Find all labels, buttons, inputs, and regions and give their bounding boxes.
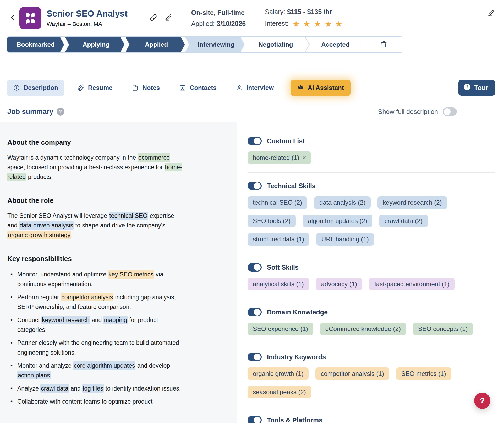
tab-resume[interactable]: Resume (71, 80, 119, 96)
interest-row: Interest: ★★★★★ (265, 18, 346, 30)
divider (248, 407, 495, 407)
pill-label: data analysis (2) (319, 199, 365, 206)
tab-label: Resume (88, 84, 112, 91)
applied-label: Applied: (191, 20, 215, 27)
keyword-pill[interactable]: eCommerce knowledge (2) (320, 323, 406, 335)
keyword-pill[interactable]: SEO concepts (1) (413, 323, 473, 335)
keyword-pill[interactable]: SEO experience (1) (248, 323, 313, 335)
keyword-pill[interactable]: SEO metrics (1) (396, 367, 451, 380)
pill-label: technical SEO (2) (253, 199, 302, 206)
keyword-pill[interactable]: technical SEO (2) (248, 196, 307, 209)
keyword-group-header: Technical Skills (248, 182, 495, 190)
edit-salary-button[interactable] (488, 9, 495, 18)
keyword-group-title: Tools & Platforms (267, 416, 322, 423)
group-toggle-soft-skills[interactable] (248, 263, 262, 272)
pill-label: home-related (1) (253, 154, 299, 161)
pipeline-stage-negotiating[interactable]: Negotiating (245, 37, 304, 52)
job-summary-content: About the companyWayfair is a dynamic te… (0, 122, 237, 423)
pipeline-stage-interviewing[interactable]: Interviewing (185, 37, 245, 52)
pipeline-stage-applying[interactable]: Applying (65, 37, 125, 52)
keyword-pill[interactable]: seasonal peaks (2) (248, 386, 311, 398)
tour-button[interactable]: ? Tour (458, 80, 495, 96)
keyword-pill[interactable]: fast-paced environment (1) (369, 278, 455, 290)
keyword-pill[interactable]: crawl data (2) (379, 215, 428, 227)
edit-job-button[interactable] (165, 14, 172, 22)
company-location: Wayfair – Boston, MA (47, 21, 128, 28)
star-icon[interactable]: ★ (335, 19, 343, 29)
keyword-pill[interactable]: keyword research (2) (377, 196, 447, 209)
divider (248, 172, 495, 173)
keyword-pill[interactable]: competitor analysis (1) (315, 367, 389, 380)
keyword-group-domain-knowledge: Domain KnowledgeSEO experience (1)eComme… (248, 308, 495, 335)
job-header: Senior SEO Analyst Wayfair – Boston, MA … (0, 0, 504, 36)
keyword-pill[interactable]: structured data (1) (248, 233, 309, 246)
tab-description[interactable]: Description (7, 80, 64, 96)
pipeline-stage-accepted[interactable]: Accepted (304, 37, 364, 52)
highlight-blue: core algorithm updates (73, 361, 136, 370)
keyword-pill[interactable]: home-related (1)× (248, 151, 311, 164)
keyword-pill[interactable]: algorithm updates (2) (303, 215, 372, 227)
keyword-pill[interactable]: organic growth (1) (248, 367, 309, 380)
wayfair-logo-icon (22, 10, 39, 26)
highlight-blue: keyword research (41, 316, 90, 324)
keyword-group-title: Technical Skills (267, 182, 316, 190)
highlight-blue: mapping (103, 316, 128, 324)
keyword-group-technical-skills: Technical Skillstechnical SEO (2)data an… (248, 182, 495, 246)
highlight-green: home-related (7, 163, 182, 181)
back-button[interactable] (7, 12, 18, 24)
salary-block: Salary: $115 - $135 /hr Interest: ★★★★★ (265, 6, 346, 30)
ai-assistant-button[interactable]: AI Assistant (291, 80, 351, 96)
divider (248, 254, 495, 254)
star-icon[interactable]: ★ (314, 19, 321, 29)
tab-contacts[interactable]: Contacts (173, 80, 223, 96)
keyword-pill[interactable]: advocacy (1) (316, 278, 362, 290)
pill-label: organic growth (1) (253, 370, 303, 377)
star-icon[interactable]: ★ (325, 19, 332, 29)
divider (255, 7, 255, 30)
group-toggle-custom-list[interactable] (248, 137, 262, 145)
highlight-orange: key SEO metrics (108, 270, 154, 279)
highlight-orange: organic growth strategy (7, 231, 71, 239)
keyword-group-header: Domain Knowledge (248, 308, 495, 316)
group-toggle-domain-knowledge[interactable] (248, 308, 262, 316)
stage-label: Accepted (321, 41, 349, 48)
applied-date-row: Applied: 3/10/2026 (191, 18, 246, 29)
group-toggle-tools-platforms[interactable] (248, 416, 262, 423)
group-toggle-technical-skills[interactable] (248, 182, 262, 190)
job-meta: On-site, Full-time Applied: 3/10/2026 (191, 7, 246, 29)
pill-label: fast-paced environment (1) (374, 280, 450, 288)
delete-job-button[interactable] (364, 37, 403, 52)
description-paragraph: Wayfair is a dynamic technology company … (7, 153, 185, 182)
pipeline-stage-applied[interactable]: Applied (125, 37, 185, 52)
tab-label: Contacts (190, 84, 217, 91)
info-icon (13, 84, 20, 91)
keyword-pill[interactable]: SEO tools (2) (248, 215, 296, 227)
note-icon (132, 84, 139, 91)
tab-notes[interactable]: Notes (125, 80, 166, 96)
pill-label: competitor analysis (1) (321, 370, 384, 377)
help-fab[interactable]: ? (474, 393, 490, 409)
divider (248, 344, 495, 344)
star-icon[interactable]: ★ (293, 19, 300, 29)
job-title: Senior SEO Analyst (47, 9, 128, 19)
keyword-group-header: Tools & Platforms (248, 416, 495, 423)
keyword-pills: technical SEO (2)data analysis (2)keywor… (248, 196, 495, 246)
stage-label: Applied (145, 41, 168, 48)
contacts-icon (179, 84, 186, 91)
keyword-pill[interactable]: URL handling (1) (316, 233, 374, 246)
star-icon[interactable]: ★ (303, 19, 310, 29)
tabs-row: DescriptionResumeNotesContactsInterview … (0, 72, 504, 96)
keyword-pill[interactable]: analytical skills (1) (248, 278, 309, 290)
tour-label: Tour (474, 84, 488, 92)
pill-label: SEO metrics (1) (401, 370, 446, 377)
keyword-group-title: Industry Keywords (267, 353, 326, 361)
tab-interview[interactable]: Interview (230, 80, 280, 96)
show-full-description-toggle[interactable] (443, 107, 457, 116)
copy-link-button[interactable] (150, 14, 157, 22)
keyword-pill[interactable]: data analysis (2) (314, 196, 371, 209)
help-tooltip-icon[interactable]: ? (57, 108, 64, 116)
highlight-blue: data-driven analysis (19, 221, 74, 230)
pipeline-stage-bookmarked[interactable]: Bookmarked (7, 37, 64, 52)
group-toggle-industry-keywords[interactable] (248, 353, 262, 361)
remove-pill-icon[interactable]: × (302, 155, 306, 161)
